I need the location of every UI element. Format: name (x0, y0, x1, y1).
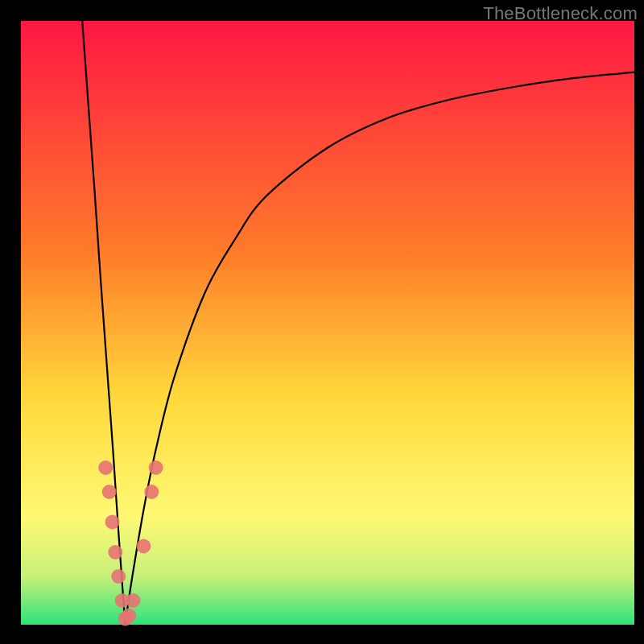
marker-point (144, 485, 159, 499)
watermark-text: TheBottleneck.com (483, 3, 638, 24)
marker-point (149, 460, 163, 475)
plot-area (21, 21, 634, 626)
marker-point (122, 609, 136, 623)
marker-point (126, 593, 140, 608)
marker-point (102, 485, 117, 499)
gradient-background (21, 21, 634, 625)
marker-point (111, 569, 126, 584)
bottleneck-chart: TheBottleneck.com (0, 0, 644, 644)
marker-point (105, 515, 120, 530)
marker-point (108, 545, 122, 559)
marker-point (136, 539, 151, 554)
marker-point (98, 460, 113, 475)
chart-canvas (0, 0, 644, 644)
